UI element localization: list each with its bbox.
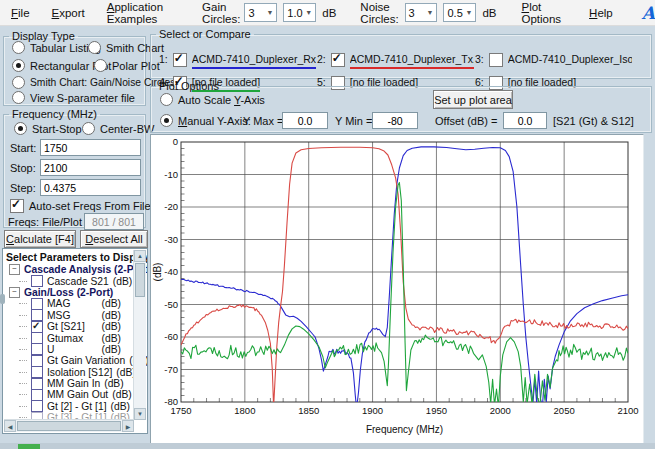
scroll-right-icon[interactable]: ▶ xyxy=(122,420,134,432)
svg-text:2000: 2000 xyxy=(490,405,511,416)
scrollbar-thumb[interactable] xyxy=(135,263,145,297)
radio-view-sparameter-file[interactable]: View S-parameter file xyxy=(12,91,135,104)
noise-circles-step-dropdown[interactable]: 0.5 ▼ xyxy=(443,3,476,22)
menu-help[interactable]: Help xyxy=(578,7,624,19)
parameter-checkbox[interactable] xyxy=(31,343,43,355)
tree-item-row[interactable]: Isolation [S12](dB) xyxy=(3,367,147,378)
gain-circles-count-dropdown[interactable]: 3 ▼ xyxy=(244,3,277,22)
parameter-checkbox[interactable] xyxy=(31,321,43,333)
setup-plot-area-button[interactable]: Set up plot area xyxy=(433,90,513,109)
menu-application-examples[interactable]: Application Examples xyxy=(96,1,180,25)
radio-icon[interactable] xyxy=(94,59,107,72)
parameter-label: U xyxy=(47,344,54,355)
panel-splitter-handle[interactable] xyxy=(0,294,5,304)
slot-number: 1: xyxy=(159,52,168,65)
radio-icon[interactable] xyxy=(14,122,27,135)
collapse-icon[interactable]: − xyxy=(9,287,20,298)
start-input[interactable] xyxy=(40,139,141,156)
menu-file[interactable]: File xyxy=(0,7,41,19)
menu-bar: File Export Application Examples Gain Ci… xyxy=(0,0,655,26)
slot-number: 3: xyxy=(475,52,484,65)
bottom-band xyxy=(0,443,655,449)
svg-text:-50: -50 xyxy=(164,299,178,310)
radio-icon[interactable] xyxy=(12,41,25,54)
tree-group-row[interactable]: −Gain/Loss (2-Port) xyxy=(3,287,147,298)
tree-item-row[interactable]: MAG(dB) xyxy=(3,298,147,309)
parameter-tree-header: Select Parameters to Display: xyxy=(3,249,147,264)
autoset-freqs-checkbox[interactable]: Auto-set Freqs From File xyxy=(10,199,151,213)
parameter-checkbox[interactable] xyxy=(31,355,43,367)
radio-icon[interactable] xyxy=(160,93,173,106)
file-checkbox[interactable] xyxy=(489,53,503,67)
radio-icon[interactable] xyxy=(82,122,95,135)
parameter-unit: (dB) xyxy=(102,310,121,321)
file-checkbox[interactable] xyxy=(173,53,187,67)
offset-input[interactable] xyxy=(503,112,547,129)
scroll-left-icon[interactable]: ◀ xyxy=(4,420,16,432)
radio-manual-y-axis[interactable]: Manual Y-Axis: xyxy=(160,114,251,127)
ymax-input[interactable] xyxy=(282,112,328,129)
svg-text:2100: 2100 xyxy=(617,405,638,416)
parameter-checkbox[interactable] xyxy=(31,298,43,310)
tree-item-row[interactable]: Gt [2] - Gt [1](dB) xyxy=(3,401,147,412)
parameter-checkbox[interactable] xyxy=(31,378,43,390)
ymax-label: Y Max = xyxy=(243,115,283,127)
deselect-all-button[interactable]: Deselect All xyxy=(80,230,148,248)
radio-start-stop[interactable]: Start-Stop xyxy=(14,122,82,135)
parameter-unit: (dB) xyxy=(102,298,121,309)
stop-input[interactable] xyxy=(40,159,141,176)
parameter-checkbox[interactable] xyxy=(31,366,43,378)
parameter-checkbox[interactable] xyxy=(31,400,43,412)
parameter-checkbox[interactable] xyxy=(31,332,43,344)
radio-icon[interactable] xyxy=(12,59,25,72)
radio-icon[interactable] xyxy=(12,91,25,104)
vertical-scrollbar[interactable]: ▲ ▼ xyxy=(133,250,146,420)
tree-item-row[interactable]: Gt [S21](dB) xyxy=(3,321,147,332)
calculate-button[interactable]: Calculate [F4] xyxy=(4,230,76,248)
scroll-down-icon[interactable]: ▼ xyxy=(134,408,146,420)
file-slot[interactable]: 2:ACMD-7410_Duplexer_Tx.S2 xyxy=(317,52,475,75)
rectangular-plot-panel: 17501800185019001950200020502100-80-70-6… xyxy=(150,134,644,444)
ymin-input[interactable] xyxy=(372,112,418,129)
noise-circles-count-dropdown[interactable]: 3 ▼ xyxy=(405,3,438,22)
file-checkbox[interactable] xyxy=(331,53,345,67)
radio-icon[interactable] xyxy=(12,76,25,89)
tree-item-row[interactable]: Cascade S21(dB) xyxy=(3,275,147,286)
gain-circles-step-dropdown[interactable]: 1.0 ▼ xyxy=(283,3,316,22)
noise-circles-label: Noise Circles: xyxy=(360,1,400,25)
scroll-up-icon[interactable]: ▲ xyxy=(134,250,146,262)
tree-connector xyxy=(19,315,27,316)
collapse-icon[interactable]: − xyxy=(9,264,20,275)
radio-icon[interactable] xyxy=(160,114,173,127)
parameter-unit: (dB) xyxy=(104,378,123,389)
tree-item-row[interactable]: U(dB) xyxy=(3,344,147,355)
tree-item-row[interactable]: MM Gain Out(dB) xyxy=(3,389,147,400)
parameter-unit: (dB) xyxy=(113,276,132,287)
radio-auto-scale-y[interactable]: Auto Scale Y-Axis xyxy=(160,93,265,106)
tree-connector xyxy=(19,372,27,373)
parameter-checkbox[interactable] xyxy=(31,275,43,287)
svg-text:-60: -60 xyxy=(164,331,178,342)
tree-group-row[interactable]: −Cascade Analysis (2-Port) xyxy=(3,264,147,275)
menu-export[interactable]: Export xyxy=(41,7,96,19)
parameter-label: Gt [S21] xyxy=(47,321,85,332)
file-slot[interactable]: 3:ACMD-7410_Duplexer_Iso.S2 xyxy=(475,52,633,75)
scrollbar-thumb[interactable] xyxy=(17,421,121,431)
svg-text:0: 0 xyxy=(173,136,178,147)
radio-center-bw[interactable]: Center-BW xyxy=(82,122,154,135)
tree-item-row[interactable]: MM Gain In(dB) xyxy=(3,378,147,389)
tree-item-row[interactable]: MSG(dB) xyxy=(3,310,147,321)
horizontal-scrollbar[interactable]: ◀ ▶ xyxy=(4,419,134,432)
parameter-unit: (dB) xyxy=(102,344,121,355)
y-axis-label: (dB) xyxy=(152,263,163,282)
tree-item-row[interactable]: Gtumax(dB) xyxy=(3,332,147,343)
checkbox-icon[interactable] xyxy=(10,199,24,213)
file-slot[interactable]: 1:ACMD-7410_Duplexer_Rx.S2 xyxy=(159,52,317,75)
tree-item-row[interactable]: Gt Gain Variation(dB) xyxy=(3,355,147,366)
step-input[interactable] xyxy=(40,179,141,196)
radio-icon[interactable] xyxy=(88,41,101,54)
tree-connector xyxy=(19,326,27,327)
parameter-checkbox[interactable] xyxy=(31,389,43,401)
menu-plot-options[interactable]: Plot Options xyxy=(510,1,572,25)
chevron-down-icon: ▼ xyxy=(266,9,273,16)
